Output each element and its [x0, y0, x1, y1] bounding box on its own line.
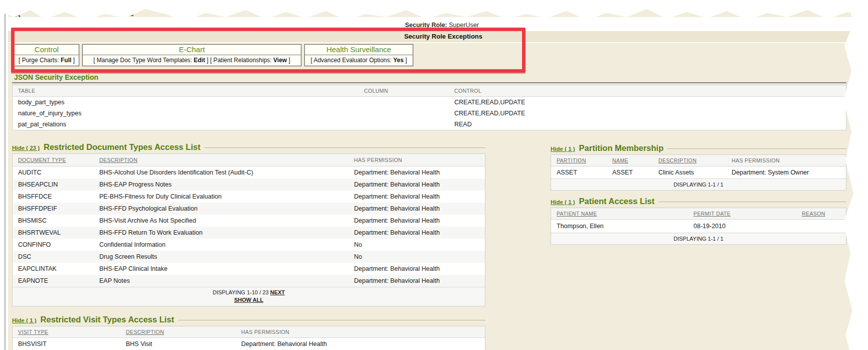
table-row: EAPCLINTAK BHS-EAP Clinical Intake Depar…: [13, 263, 485, 275]
cell-description: BHS-EAP Progress Notes: [94, 181, 349, 188]
patient-rule: [658, 202, 846, 202]
exception-item-value: Edit: [194, 57, 205, 64]
cell-table: body_part_types: [13, 99, 359, 106]
table-row: BHSMISC BHS-Visit Archive As Not Specifi…: [13, 215, 485, 227]
cell-doc-type: BHSEAPCLIN: [13, 181, 94, 188]
partition-table-header: PARTITION NAME DESCRIPTION HAS PERMISSIO…: [551, 155, 846, 166]
group-control: Control [ Purge Charts: Full ]: [14, 44, 79, 66]
table-row: EAPNOTE EAP Notes Department: Behavioral…: [13, 275, 485, 287]
visit-list-section-header: Hide ( 1 ) Restricted Visit Types Access…: [12, 315, 485, 324]
col-visit-type[interactable]: VISIT TYPE: [18, 329, 48, 335]
exception-item-suffix: ]: [205, 57, 209, 64]
doc-list-section-header: Hide ( 23 ) Restricted Document Types Ac…: [12, 142, 485, 152]
cell-control: CREATE,READ,UPDATE: [449, 110, 846, 117]
cell-doc-type: BHSFFDCE: [13, 193, 94, 200]
doc-list-title: Restricted Document Types Access List: [44, 142, 201, 152]
doc-table-footer: DISPLAYING 1-10 / 23 NEXT SHOW ALL: [13, 287, 485, 306]
visit-table-header: VISIT TYPE DESCRIPTION HAS PERMISSION: [13, 326, 485, 338]
exception-item-suffix: ]: [287, 57, 290, 64]
table-row: AUDITC BHS-Alcohol Use Disorders Identif…: [13, 166, 485, 179]
col-reason[interactable]: REASON: [802, 211, 825, 217]
cell-permission: Department: Behavioral Health: [349, 193, 485, 200]
table-row: CONFINFO Confidential Information No: [13, 239, 485, 251]
json-security-heading: JSON Security Exception: [14, 73, 98, 81]
paging-next-link[interactable]: NEXT: [270, 289, 285, 295]
screenshot-canvas: A Security Role: SuperUser Security Role…: [0, 0, 868, 350]
table-row: nature_of_injury_types CREATE,READ,UPDAT…: [13, 108, 846, 119]
cell-permission: Department: Behavioral Health: [349, 169, 485, 176]
cell-patient-name: Thompson, Ellen: [551, 223, 688, 230]
patient-table: PATIENT NAME PERMIT DATE REASON Thompson…: [551, 208, 846, 245]
partition-rule: [667, 148, 846, 149]
patient-table-footer: DISPLAYING 1-1 / 1: [551, 233, 846, 244]
group-health-title: Health Surveillance: [305, 45, 413, 55]
exception-item-prefix: [ Purge Charts:: [19, 57, 61, 64]
cell-permission: Department: Behavioral Health: [349, 205, 485, 212]
window-left-border: [5, 7, 6, 350]
cell-permission: No: [349, 241, 485, 248]
table-row: BHSFFDCE PE-BHS-Fitness for Duty Clinica…: [13, 191, 485, 203]
group-health-values: [ Advanced Evaluator Options: Yes ]: [305, 55, 413, 66]
cell-description: Confidential Information: [94, 241, 349, 248]
cell-doc-type: AUDITC: [13, 169, 94, 176]
cell-control: READ: [449, 121, 846, 128]
doc-list-rule: [205, 147, 485, 148]
patient-hide-link[interactable]: Hide ( 1 ): [551, 199, 575, 205]
cell-description: PE-BHS-Fitness for Duty Clinical Evaluat…: [94, 193, 349, 200]
patient-title: Patient Access List: [579, 197, 655, 206]
doc-list-table: DOCUMENT TYPE DESCRIPTION HAS PERMISSION…: [12, 153, 485, 306]
group-control-title: Control: [15, 45, 79, 55]
security-role-value: SuperUser: [449, 22, 479, 29]
col-name[interactable]: NAME: [612, 157, 628, 163]
visit-list-title: Restricted Visit Types Access List: [41, 315, 175, 324]
cell-doc-type: BHSRTWEVAL: [13, 229, 94, 236]
group-echart-title: E-Chart: [83, 45, 301, 55]
doc-list-hide-link[interactable]: Hide ( 23 ): [12, 145, 40, 151]
col-description[interactable]: DESCRIPTION: [126, 329, 164, 335]
patient-section-header: Hide ( 1 ) Patient Access List: [551, 197, 846, 206]
cell-permit-date: 08-19-2010: [688, 223, 796, 230]
partition-title: Partition Membership: [579, 143, 664, 153]
partition-section-header: Hide ( 1 ) Partition Membership: [551, 143, 846, 153]
cell-name: ASSET: [607, 169, 653, 176]
table-row: BHSRTWEVAL BHS-FFD Return To Work Evalua…: [13, 227, 485, 239]
partition-hide-link[interactable]: Hide ( 1 ): [551, 146, 575, 152]
visit-list-table: VISIT TYPE DESCRIPTION HAS PERMISSION BH…: [12, 326, 485, 350]
col-column: COLUMN: [359, 88, 449, 94]
cell-description: Clinic Assets: [653, 169, 726, 176]
cell-permission: Department: Behavioral Health: [349, 229, 485, 236]
paging-show-all-link[interactable]: SHOW ALL: [234, 297, 263, 303]
col-has-permission: HAS PERMISSION: [236, 329, 485, 335]
cell-permission: Department: Behavioral Health: [349, 277, 485, 284]
table-row: Thompson, Ellen 08-19-2010: [551, 220, 846, 233]
cell-description: BHS-FFD Return To Work Evaluation: [94, 229, 349, 236]
col-patient-name[interactable]: PATIENT NAME: [557, 211, 597, 217]
cell-doc-type: EAPCLINTAK: [13, 265, 94, 272]
col-description[interactable]: DESCRIPTION: [99, 157, 137, 163]
exception-item-suffix: ]: [71, 57, 75, 64]
col-permit-date[interactable]: PERMIT DATE: [693, 211, 731, 217]
exception-item-prefix: [ Patient Relationships:: [210, 57, 273, 64]
cell-description: BHS Visit: [120, 340, 236, 347]
cell-description: BHS-EAP Clinical Intake: [94, 265, 349, 272]
json-security-rule: [12, 82, 846, 83]
cell-permission: No: [349, 253, 485, 260]
exceptions-title: Security Role Exceptions: [8, 33, 482, 40]
cell-doc-type: BHSFFDPEIF: [13, 205, 94, 212]
cell-partition: ASSET: [551, 169, 607, 176]
exception-item-suffix: ]: [404, 57, 407, 64]
exception-item-prefix: [ Manage Doc Type Word Templates:: [93, 57, 194, 64]
visit-list-hide-link[interactable]: Hide ( 1 ): [12, 317, 37, 323]
exception-item-value: Yes: [393, 57, 404, 64]
group-control-values: [ Purge Charts: Full ]: [15, 55, 79, 66]
cell-permission: Department: Behavioral Health: [236, 340, 485, 347]
cell-description: BHS-FFD Psychological Evaluation: [94, 205, 349, 212]
table-row: BHSFFDPEIF BHS-FFD Psychological Evaluat…: [13, 203, 485, 215]
col-document-type[interactable]: DOCUMENT TYPE: [18, 157, 66, 163]
col-has-permission: HAS PERMISSION: [726, 157, 846, 163]
visit-list-rule: [178, 320, 485, 320]
col-partition[interactable]: PARTITION: [557, 157, 586, 163]
col-has-permission: HAS PERMISSION: [349, 157, 485, 163]
col-description[interactable]: DESCRIPTION: [658, 157, 697, 163]
cell-table: nature_of_injury_types: [13, 110, 359, 117]
